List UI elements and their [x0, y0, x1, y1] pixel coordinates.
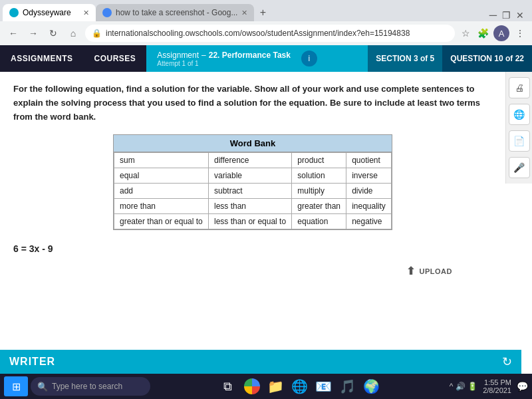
- upload-label: UPLOAD: [420, 267, 452, 275]
- tab-icon-google: [102, 8, 112, 17]
- assignment-dash: –: [201, 51, 206, 60]
- word-bank-cell: more than: [114, 199, 209, 214]
- attempt-label: Attempt 1 of 1: [157, 60, 291, 67]
- word-bank-cell: difference: [209, 153, 292, 168]
- document-button[interactable]: 📄: [509, 130, 530, 152]
- writer-bar: WRITER ↻: [0, 350, 521, 374]
- word-bank-cell: negative: [346, 214, 392, 229]
- taskbar-app-edge[interactable]: 🌐: [289, 376, 311, 397]
- word-bank-cell: add: [114, 184, 209, 199]
- word-bank-header: Word Bank: [114, 135, 392, 152]
- assignment-name: 22. Performance Task: [209, 51, 291, 60]
- word-bank-cell: inequality: [346, 199, 392, 214]
- refresh-icon[interactable]: ↻: [502, 354, 512, 369]
- address-bar[interactable]: 🔒 internationalschooling.owschools.com/o…: [85, 25, 455, 42]
- word-bank-cell: variable: [209, 168, 292, 184]
- tab-label-google: how to take a screenshot - Goog...: [116, 8, 237, 17]
- equation: 6 = 3x - 9: [13, 243, 492, 254]
- word-bank-cell: sum: [114, 153, 209, 168]
- globe-button[interactable]: 🌐: [509, 104, 530, 125]
- word-bank-cell: inverse: [346, 168, 392, 184]
- taskbar-app-spotify[interactable]: 🎵: [337, 376, 358, 397]
- taskbar-search[interactable]: 🔍 Type here to search: [31, 377, 150, 396]
- info-button[interactable]: i: [301, 51, 317, 66]
- word-bank-table: sumdifferenceproductquotientequalvariabl…: [114, 152, 392, 229]
- extensions-icon[interactable]: 🧩: [476, 27, 489, 40]
- mic-icon: 🎤: [513, 162, 525, 173]
- word-bank-cell: less than: [209, 199, 292, 214]
- print-button[interactable]: 🖨: [509, 77, 530, 98]
- taskbar-time: 1:55 PM 2/8/2021: [483, 378, 511, 394]
- word-bank-container: Word Bank sumdifferenceproductquotienteq…: [113, 134, 392, 230]
- word-bank-cell: product: [292, 153, 346, 168]
- taskbar: ⊞ 🔍 Type here to search ⧉ 📁 🌐 📧 🎵 🌍 ^ 🔊 …: [0, 374, 532, 399]
- system-tray-icons: ^ 🔊 🔋: [450, 382, 477, 391]
- address-text: internationalschooling.owschools.com/ows…: [106, 29, 410, 38]
- assignment-prefix: Assignment: [157, 51, 199, 60]
- document-icon: 📄: [513, 136, 525, 146]
- word-bank-cell: quotient: [346, 153, 392, 168]
- taskbar-app-taskview[interactable]: ⧉: [217, 376, 239, 397]
- mic-button[interactable]: 🎤: [509, 157, 530, 178]
- tab-icon-odysseyware: [9, 8, 19, 17]
- upload-area: ⬆ UPLOAD: [13, 265, 492, 277]
- tab-label-odysseyware: Odysseyware: [23, 8, 71, 17]
- taskbar-app-explorer[interactable]: 📁: [265, 376, 287, 397]
- new-tab-button[interactable]: +: [254, 4, 271, 21]
- upload-button[interactable]: ⬆ UPLOAD: [406, 265, 452, 277]
- tab-close-google[interactable]: ✕: [241, 9, 247, 17]
- home-button[interactable]: ⌂: [65, 25, 81, 41]
- content-area: For the following equation, find a solut…: [0, 72, 505, 374]
- word-bank-cell: divide: [346, 184, 392, 199]
- tab-google[interactable]: how to take a screenshot - Goog... ✕: [96, 4, 254, 21]
- word-bank-cell: greater than or equal to: [114, 214, 209, 229]
- notification-icon[interactable]: 💬: [517, 381, 528, 392]
- search-icon: 🔍: [37, 382, 48, 392]
- profile-icon[interactable]: A: [493, 25, 509, 41]
- tab-odysseyware[interactable]: Odysseyware ✕: [3, 4, 96, 21]
- close-button[interactable]: ✕: [516, 10, 524, 21]
- print-icon: 🖨: [515, 82, 524, 93]
- question-badge: QUESTION 10 of 22: [442, 45, 532, 72]
- word-bank-cell: greater than: [292, 199, 346, 214]
- minimize-button[interactable]: ─: [489, 9, 497, 21]
- taskbar-app-store[interactable]: 📧: [313, 376, 334, 397]
- writer-label: WRITER: [9, 356, 55, 368]
- tab-close-odysseyware[interactable]: ✕: [83, 9, 89, 17]
- upload-icon: ⬆: [406, 265, 416, 277]
- start-button[interactable]: ⊞: [4, 376, 28, 396]
- taskbar-right: ^ 🔊 🔋 1:55 PM 2/8/2021 💬: [450, 378, 528, 394]
- word-bank-cell: subtract: [209, 184, 292, 199]
- assignments-nav[interactable]: ASSIGNMENTS: [0, 45, 84, 72]
- word-bank-cell: less than or equal to: [209, 214, 292, 229]
- bookmark-icon[interactable]: ☆: [459, 27, 472, 40]
- windows-icon: ⊞: [12, 380, 21, 393]
- forward-button[interactable]: →: [25, 25, 41, 41]
- word-bank-cell: solution: [292, 168, 346, 184]
- word-bank-cell: multiply: [292, 184, 346, 199]
- search-placeholder: Type here to search: [52, 382, 122, 391]
- globe-icon: 🌐: [513, 109, 525, 120]
- menu-icon[interactable]: ⋮: [513, 27, 527, 40]
- side-toolbar: 🖨 🌐 📄 🎤: [505, 72, 532, 184]
- question-text: For the following equation, find a solut…: [13, 82, 492, 124]
- taskbar-apps: ⧉ 📁 🌐 📧 🎵 🌍: [153, 376, 447, 397]
- courses-nav[interactable]: COURSES: [84, 45, 147, 72]
- section-badge: SECTION 3 of 5: [368, 45, 442, 72]
- taskbar-app-maps[interactable]: 🌍: [361, 376, 382, 397]
- time-display: 1:55 PM: [484, 378, 511, 386]
- word-bank-cell: equation: [292, 214, 346, 229]
- maximize-button[interactable]: ❐: [502, 10, 511, 21]
- word-bank-cell: equal: [114, 168, 209, 184]
- date-display: 2/8/2021: [483, 386, 511, 394]
- taskbar-app-chrome[interactable]: [241, 376, 263, 397]
- back-button[interactable]: ←: [5, 25, 21, 41]
- reload-button[interactable]: ↻: [45, 25, 61, 41]
- assignment-info: Assignment – 22. Performance Task Attemp…: [146, 45, 368, 72]
